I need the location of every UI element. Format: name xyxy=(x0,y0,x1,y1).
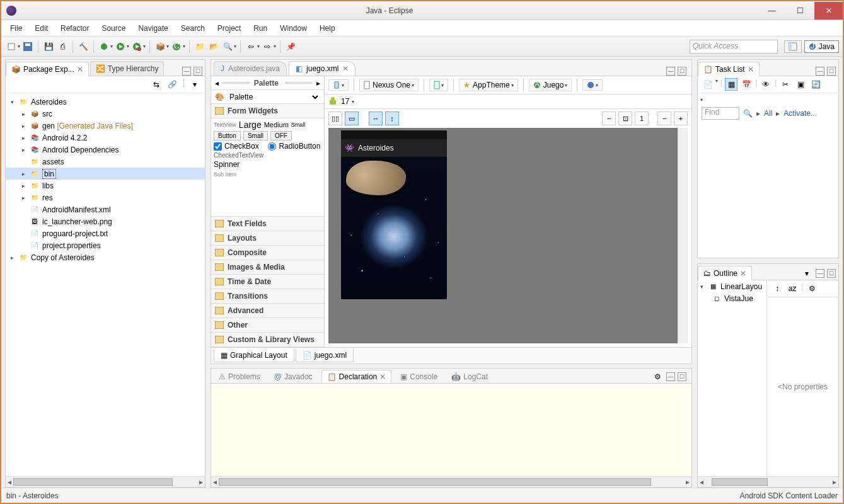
view-menu-icon[interactable]: ▾ xyxy=(801,267,813,280)
zoom-fit-icon[interactable]: ⊡ xyxy=(618,112,632,125)
tab-package-explorer[interactable]: 📦Package Exp... ✕ xyxy=(6,62,89,76)
scheduled-icon[interactable]: 📅 xyxy=(740,78,753,91)
api-dropdown[interactable]: ▾ xyxy=(352,99,354,105)
sort-icon[interactable]: ↕ xyxy=(771,282,783,295)
menu-refactor[interactable]: Refactor xyxy=(54,21,95,35)
minimize-view-icon[interactable]: — xyxy=(816,269,824,278)
minimize-view-icon[interactable]: — xyxy=(816,67,824,76)
new-task-icon[interactable]: 📄 xyxy=(702,78,714,91)
tab-console[interactable]: ▣Console xyxy=(395,370,442,383)
close-tab-icon[interactable]: ✕ xyxy=(342,64,349,73)
maximize-view-icon[interactable]: ☐ xyxy=(194,67,202,76)
run-last-icon[interactable] xyxy=(130,40,143,53)
tab-graphical-layout[interactable]: ▦Graphical Layout xyxy=(214,349,294,362)
close-tab-icon[interactable]: ✕ xyxy=(77,65,83,74)
tab-logcat[interactable]: 🤖LogCat xyxy=(446,370,493,383)
menu-edit[interactable]: Edit xyxy=(28,21,54,35)
palette-category[interactable]: Layouts xyxy=(211,231,324,246)
view-menu-icon[interactable]: ▾ xyxy=(188,78,201,91)
menu-navigate[interactable]: Navigate xyxy=(132,21,174,35)
theme-dropdown[interactable]: ★AppTheme▾ xyxy=(459,79,518,91)
minimize-button[interactable]: — xyxy=(758,2,786,20)
menu-window[interactable]: Window xyxy=(274,21,313,35)
zoom-out-real-icon[interactable]: − xyxy=(657,112,671,125)
task-all-link[interactable]: All xyxy=(764,109,772,118)
palette-toggle-button[interactable]: OFF xyxy=(270,131,292,140)
palette-filter-select[interactable]: Palette xyxy=(227,92,320,102)
palette-button[interactable]: Button xyxy=(214,131,241,140)
run-icon[interactable] xyxy=(114,40,127,53)
menu-run[interactable]: Run xyxy=(247,21,274,35)
tab-javadoc[interactable]: @Javadoc xyxy=(269,370,318,383)
tab-juego-xml[interactable]: ◧juego.xml ✕ xyxy=(289,61,356,76)
palette-checkbox[interactable] xyxy=(214,142,222,151)
view-options-icon[interactable]: ▯▯ xyxy=(328,112,342,125)
expand-icon[interactable]: ▸ xyxy=(316,79,320,88)
collapse-all-icon[interactable]: ⇆ xyxy=(150,78,163,91)
build-icon[interactable]: 🔨 xyxy=(77,40,90,53)
debug-icon[interactable] xyxy=(98,40,110,53)
horizontal-scrollbar[interactable]: ◂▸ xyxy=(6,476,205,487)
menu-help[interactable]: Help xyxy=(313,21,342,35)
close-tab-icon[interactable]: ✕ xyxy=(740,269,746,278)
palette-category[interactable]: Transitions xyxy=(211,289,324,304)
device-dropdown[interactable]: Nexus One▾ xyxy=(359,79,419,91)
task-menu-icon[interactable]: ▾ xyxy=(700,97,703,103)
open-task-icon[interactable]: 📂 xyxy=(207,40,220,53)
view-menu-icon[interactable]: ⚙ xyxy=(651,370,664,383)
tab-declaration[interactable]: 📋Declaration ✕ xyxy=(321,370,392,383)
print-icon[interactable]: ⎙ xyxy=(56,40,69,53)
new-package-icon[interactable]: 📦 xyxy=(154,40,166,53)
show-advanced-icon[interactable]: ⚙ xyxy=(806,282,818,295)
maximize-view-icon[interactable]: ☐ xyxy=(827,269,836,278)
activity-dropdown[interactable]: AJuego▾ xyxy=(529,79,572,91)
hide-icon[interactable]: ✂ xyxy=(779,78,792,91)
tab-task-list[interactable]: 📋Task List ✕ xyxy=(698,62,760,76)
menu-project[interactable]: Project xyxy=(211,21,247,35)
zoom-out-icon[interactable]: − xyxy=(602,112,616,125)
locale-dropdown[interactable]: ▾ xyxy=(582,79,603,91)
tab-asteroides-java[interactable]: JAsteroides.java xyxy=(214,61,287,76)
maximize-view-icon[interactable]: ☐ xyxy=(678,372,686,381)
focus-icon[interactable]: 👁 xyxy=(760,78,772,91)
palette-category[interactable]: Custom & Library Views xyxy=(211,333,324,347)
tree-row-bin[interactable]: ▸📁bin xyxy=(6,168,205,180)
minimize-view-icon[interactable]: — xyxy=(666,372,675,381)
open-type-icon[interactable]: 📁 xyxy=(194,40,206,53)
maximize-view-icon[interactable]: ☐ xyxy=(827,67,836,76)
menu-search[interactable]: Search xyxy=(175,21,211,35)
canvas-vscroll[interactable] xyxy=(678,128,688,343)
palette-category[interactable]: Advanced xyxy=(211,304,324,318)
horizontal-scrollbar[interactable]: ◂▸ xyxy=(698,476,838,487)
collapse-icon[interactable]: ▣ xyxy=(794,78,807,91)
collapse-icon[interactable]: ◂ xyxy=(215,79,219,88)
minimize-view-icon[interactable]: — xyxy=(182,67,191,76)
categorized-icon[interactable]: ▦ xyxy=(725,78,737,91)
link-editor-icon[interactable]: 🔗 xyxy=(166,78,179,91)
nav-fwd-icon[interactable]: ⇨ xyxy=(261,40,274,53)
zoom-100-icon[interactable]: 1 xyxy=(635,112,649,125)
orientation-dropdown[interactable]: ▾ xyxy=(429,79,448,91)
java-perspective-button[interactable]: JJava xyxy=(804,40,839,53)
palette-category[interactable]: Time & Date xyxy=(211,275,324,289)
new-class-icon[interactable]: C xyxy=(170,40,183,53)
show-outline-icon[interactable]: ▭ xyxy=(345,112,359,125)
search-icon[interactable]: 🔍 xyxy=(221,40,234,53)
close-button[interactable]: ✕ xyxy=(814,2,843,20)
az-sort-icon[interactable]: aᴢ xyxy=(786,282,799,295)
nav-back-icon[interactable]: ⇦ xyxy=(245,40,257,53)
design-canvas[interactable]: 👾Asteroides xyxy=(328,128,688,343)
synchronize-icon[interactable]: 🔄 xyxy=(809,78,822,91)
task-activate-link[interactable]: Activate... xyxy=(783,109,817,118)
new-icon[interactable] xyxy=(5,40,18,53)
palette-category-form-widgets[interactable]: Form Widgets xyxy=(211,104,324,118)
toggle-width-icon[interactable]: ↔ xyxy=(369,112,383,125)
save-icon[interactable] xyxy=(21,40,34,53)
config-dropdown[interactable]: ▾ xyxy=(328,79,349,91)
palette-small-button[interactable]: Small xyxy=(243,131,268,140)
palette-category[interactable]: Composite xyxy=(211,246,324,260)
menu-file[interactable]: File xyxy=(4,21,28,35)
quick-access-input[interactable]: Quick Access xyxy=(690,40,778,54)
tab-type-hierarchy[interactable]: 🔀Type Hierarchy xyxy=(90,61,165,76)
project-tree[interactable]: ▾📁Asteroides ▸📦src ▸📦gen [Generated Java… xyxy=(6,93,205,476)
